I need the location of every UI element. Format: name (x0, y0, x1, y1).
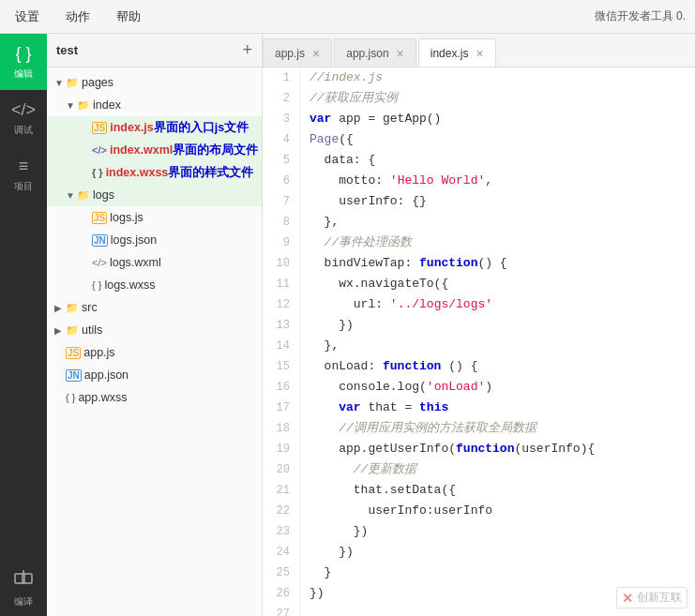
line-content-13: }) (310, 315, 695, 336)
code-line-8: 8 }, (263, 212, 695, 233)
tree-app-js[interactable]: JS app.js (47, 341, 262, 364)
tab-appjson-close[interactable]: × (397, 46, 404, 61)
code-line-13: 13 }) (263, 315, 695, 336)
sidebar-project[interactable]: ≡ 项目 (0, 146, 47, 203)
tree-logs-json[interactable]: JN logs.json (47, 229, 262, 251)
app-js-icon: JS (66, 347, 81, 358)
line-content-21: that.setData({ (310, 480, 695, 501)
tree-index-wxml[interactable]: </> index.wxml界面的布局文件 (47, 139, 262, 161)
code-line-12: 12 url: '../logs/logs' (263, 294, 695, 315)
code-line-4: 4 Page({ (263, 129, 695, 150)
tab-appjs-label: app.js (275, 47, 305, 60)
line-num-10: 10 (263, 253, 300, 274)
tree-logs-wxss[interactable]: { } logs.wxss (47, 274, 262, 296)
line-content-11: wx.navigateTo({ (310, 274, 695, 294)
sidebar-editor[interactable]: { } 编辑 (0, 34, 47, 90)
line-content-2: //获取应用实例 (310, 88, 695, 109)
index-folder-icon: 📁 (77, 99, 90, 112)
tree-pages-folder[interactable]: ▼ 📁 pages (47, 71, 262, 94)
project-label: 项目 (14, 180, 33, 193)
tree-index-wxss[interactable]: { } index.wxss界面的样式文件 (47, 161, 262, 184)
line-content-3: var app = getApp() (310, 109, 695, 129)
index-wxml-name: index.wxml (110, 143, 173, 157)
tab-appjs[interactable]: app.js × (263, 38, 332, 67)
tab-indexjs[interactable]: index.js × (418, 38, 496, 67)
app-wxss-name: app.wxss (78, 391, 127, 404)
code-editor[interactable]: 1 //index.js 2 //获取应用实例 3 var app = getA… (263, 68, 695, 616)
tab-appjson[interactable]: app.json × (334, 38, 416, 67)
tab-appjs-close[interactable]: × (312, 46, 320, 61)
line-num-12: 12 (263, 294, 300, 315)
tree-index-js[interactable]: JS index.js界面的入口js文件 (47, 116, 262, 139)
tree-logs-folder[interactable]: ▼ 📁 logs (47, 184, 262, 206)
logs-wxss-name: logs.wxss (104, 278, 155, 292)
line-num-4: 4 (263, 129, 300, 150)
tree-app-json[interactable]: JN app.json (47, 364, 262, 386)
sidebar-debug[interactable]: </> 调试 (0, 90, 47, 146)
code-line-21: 21 that.setData({ (263, 480, 695, 501)
line-num-21: 21 (263, 480, 300, 501)
line-content-19: app.getUserInfo(function(userInfo){ (310, 439, 695, 459)
src-arrow-icon: ▶ (54, 303, 66, 313)
line-content-25: } (310, 563, 695, 583)
line-num-24: 24 (263, 542, 300, 563)
line-num-25: 25 (263, 563, 300, 583)
code-line-22: 22 userInfo:userInfo (263, 501, 695, 521)
watermark: ✕ 创新互联 (616, 587, 687, 608)
menu-settings[interactable]: 设置 (9, 5, 45, 29)
index-js-suffix: 界面的入口js文件 (154, 120, 249, 136)
line-content-24: }) (310, 542, 695, 563)
tree-app-wxss[interactable]: { } app.wxss (47, 386, 262, 409)
line-num-16: 16 (263, 377, 300, 398)
line-num-5: 5 (263, 150, 300, 171)
logs-js-name: logs.js (110, 211, 143, 224)
watermark-text: ✕ 创新互联 (616, 587, 687, 608)
tree-logs-js[interactable]: JS logs.js (47, 206, 262, 229)
code-line-17: 17 var that = this (263, 398, 695, 418)
tree-utils-folder[interactable]: ▶ 📁 utils (47, 319, 262, 341)
line-content-16: console.log('onLoad') (310, 377, 695, 398)
code-line-10: 10 bindViewTap: function() { (263, 253, 695, 274)
tab-bar: app.js × app.json × index.js × (263, 34, 695, 68)
project-icon: ≡ (19, 157, 29, 176)
line-num-3: 3 (263, 109, 300, 129)
index-wxml-icon: </> (92, 144, 107, 156)
code-line-3: 3 var app = getApp() (263, 109, 695, 129)
menu-help[interactable]: 帮助 (111, 5, 146, 29)
menu-actions[interactable]: 动作 (60, 5, 96, 29)
line-num-15: 15 (263, 356, 300, 377)
tree-index-folder[interactable]: ▼ 📁 index (47, 94, 262, 116)
index-wxml-suffix: 界面的布局文件 (173, 143, 258, 158)
line-num-17: 17 (263, 398, 300, 418)
line-content-9: //事件处理函数 (310, 233, 695, 253)
editor-label: 编辑 (14, 68, 33, 81)
file-panel-header: test + (47, 34, 262, 68)
index-wxss-suffix: 界面的样式文件 (168, 165, 253, 181)
code-line-19: 19 app.getUserInfo(function(userInfo){ (263, 439, 695, 459)
sidebar-icons: { } 编辑 </> 调试 ≡ 项目 编译 (0, 34, 47, 616)
translate-icon (13, 568, 34, 592)
index-arrow-icon: ▼ (66, 100, 77, 111)
code-line-25: 25 } (263, 563, 695, 583)
index-wxss-name: index.wxss (106, 166, 169, 179)
tab-appjson-label: app.json (346, 47, 388, 60)
tab-indexjs-close[interactable]: × (476, 46, 483, 61)
logs-folder-icon: 📁 (77, 189, 90, 202)
debug-label: 调试 (14, 124, 33, 137)
line-content-6: motto: 'Hello World', (310, 171, 695, 191)
logs-wxml-icon: </> (92, 257, 107, 268)
src-folder-label: src (82, 301, 98, 314)
app-js-name: app.js (83, 346, 114, 359)
code-line-1: 1 //index.js (263, 68, 695, 88)
file-panel-add-button[interactable]: + (242, 40, 252, 60)
sidebar-translate[interactable]: 编译 (0, 560, 47, 616)
line-content-20: //更新数据 (310, 459, 695, 480)
tree-src-folder[interactable]: ▶ 📁 src (47, 296, 262, 319)
logs-json-icon: JN (92, 234, 108, 246)
code-line-18: 18 //调用应用实例的方法获取全局数据 (263, 418, 695, 439)
tree-logs-wxml[interactable]: </> logs.wxml (47, 251, 262, 274)
line-content-15: onLoad: function () { (310, 356, 695, 377)
line-content-23: }) (310, 521, 695, 542)
menu-bar: 设置 动作 帮助 微信开发者工具 0. (0, 0, 695, 34)
code-line-6: 6 motto: 'Hello World', (263, 171, 695, 191)
